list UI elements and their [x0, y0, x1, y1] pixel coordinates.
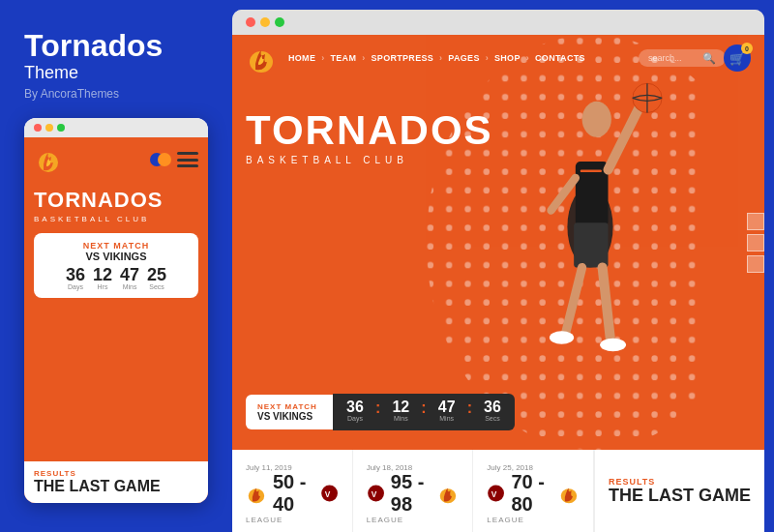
brand-title: Tornados — [24, 29, 208, 63]
svg-point-13 — [550, 331, 574, 343]
desktop-logo-icon — [246, 43, 277, 74]
svg-rect-9 — [574, 222, 608, 267]
nav-link-home[interactable]: HOME — [288, 53, 315, 63]
mobile-count-secs: 25 Secs — [147, 266, 166, 290]
game-result-card-1: July 11, 2019 50 - 40 V League — [232, 450, 353, 532]
desktop-content: HOME › TEAM › SPORTPRESS › PAGES › SHOP … — [232, 35, 764, 532]
nav-link-sportpress[interactable]: SPORTPRESS — [372, 53, 434, 63]
mobile-nav — [24, 137, 208, 182]
cart-badge: 0 — [741, 43, 753, 54]
nav-circle-orange — [158, 153, 171, 166]
svg-text:V: V — [491, 489, 497, 499]
mobile-content: TORNADOS BASKETBALL CLUB NEXT MATCH VS V… — [24, 137, 208, 503]
mobile-count-hrs: 12 Hrs — [93, 266, 112, 290]
result-date-1: July 11, 2019 — [246, 463, 292, 472]
count-sep-3: : — [467, 399, 472, 425]
count-days: 36 Days — [342, 399, 368, 425]
team-logo-3a: V — [487, 480, 505, 507]
mobile-top-bar — [24, 118, 208, 137]
mobile-mockup: TORNADOS BASKETBALL CLUB NEXT MATCH VS V… — [24, 118, 208, 503]
result-teams-2: V 95 - 98 — [367, 471, 460, 516]
result-score-3: 70 - 80 — [512, 471, 553, 516]
result-card-inner-1: July 11, 2019 50 - 40 V League — [246, 458, 339, 524]
svg-text:V: V — [371, 489, 376, 499]
next-match-tag: NEXT MATCH — [257, 402, 321, 411]
nav-link-shop[interactable]: SHOP — [494, 53, 521, 63]
team-logo-2b — [437, 478, 459, 509]
mobile-dot-red — [34, 124, 42, 132]
cart-icon-wrap[interactable]: 🛒 0 — [724, 44, 751, 72]
last-game-card: RESULTS THE LAST GAME — [594, 450, 764, 532]
sidebar-dot-3[interactable] — [747, 255, 764, 273]
svg-line-10 — [603, 268, 610, 341]
nav-link-pages[interactable]: PAGES — [448, 53, 479, 63]
mobile-dot-yellow — [45, 124, 53, 132]
result-date-3: July 25, 2018 — [487, 463, 533, 472]
sidebar-dot-2[interactable] — [747, 234, 764, 251]
game-result-card-3: July 25, 2018 V 70 - 80 League — [473, 450, 594, 532]
player-figure — [493, 64, 687, 373]
desktop-dot-green — [275, 17, 284, 27]
hamburger-line-3 — [177, 164, 198, 167]
mobile-results-title: THE LAST GAME — [34, 478, 198, 495]
mobile-hero-sub: BASKETBALL CLUB — [34, 215, 198, 223]
right-panel: HOME › TEAM › SPORTPRESS › PAGES › SHOP … — [232, 10, 764, 532]
hamburger-icon[interactable] — [177, 152, 198, 167]
search-button[interactable]: 🔍 — [702, 52, 716, 65]
svg-line-11 — [566, 268, 582, 333]
svg-point-5 — [582, 102, 611, 137]
next-match-vs: VS VIKINGS — [257, 411, 321, 422]
svg-text:V: V — [324, 489, 330, 499]
mobile-hero-text: TORNADOS BASKETBALL CLUB — [24, 182, 208, 227]
count-secs: 36 Secs — [480, 399, 505, 425]
hamburger-line-1 — [177, 152, 198, 155]
svg-line-7 — [609, 104, 641, 169]
mobile-nav-right — [150, 152, 198, 167]
sidebar-dots[interactable] — [747, 213, 764, 273]
result-score-2: 95 - 98 — [391, 471, 432, 516]
game-result-card-2: July 18, 2018 V 95 - 98 League — [353, 450, 474, 532]
svg-rect-16 — [580, 169, 602, 172]
mobile-dot-green — [57, 124, 65, 132]
team-logo-1a — [246, 478, 267, 509]
hamburger-line-2 — [177, 159, 198, 162]
result-teams-1: 50 - 40 V — [246, 471, 339, 516]
result-score-1: 50 - 40 — [273, 471, 314, 516]
mobile-countdown: 36 Days 12 Hrs 47 Mins 25 Secs — [44, 266, 189, 290]
desktop-top-bar — [232, 10, 764, 35]
mobile-results-bar: RESULTS THE LAST GAME — [24, 461, 208, 503]
sidebar-dot-1[interactable] — [747, 213, 764, 230]
count-sep-1: : — [375, 399, 380, 425]
result-type-1: League — [246, 516, 339, 524]
team-logo-1b: V — [320, 480, 339, 507]
countdown-strip: 36 Days : 12 Mins : 47 Mins : 36 — [333, 394, 515, 430]
mobile-count-days: 36 Days — [66, 266, 85, 290]
mobile-logo-icon — [34, 145, 63, 174]
result-card-inner-3: July 25, 2018 V 70 - 80 League — [487, 458, 580, 524]
nav-link-contacts[interactable]: CONTACTS — [535, 53, 585, 63]
next-match-banner: NEXT MATCH VS VIKINGS 36 Days : 12 Mins … — [246, 394, 515, 430]
result-type-3: League — [487, 516, 580, 524]
desktop-results-row: July 11, 2019 50 - 40 V League — [232, 450, 764, 532]
desktop-dot-red — [246, 17, 255, 27]
count-hrs: 12 Mins — [388, 399, 413, 425]
nav-link-team[interactable]: TEAM — [331, 53, 357, 63]
result-type-2: League — [367, 516, 460, 524]
result-teams-3: V 70 - 80 — [487, 471, 580, 516]
left-panel: Tornados Theme By AncoraThemes — [0, 0, 232, 532]
desktop-dot-yellow — [260, 17, 270, 27]
mobile-hero-title: TORNADOS — [34, 188, 198, 213]
mobile-match-vs: VS VIKINGS — [44, 251, 189, 262]
mobile-match-label: NEXT MATCH — [44, 241, 189, 251]
mobile-count-mins: 47 Mins — [120, 266, 139, 290]
svg-point-12 — [600, 339, 626, 351]
result-card-inner-2: July 18, 2018 V 95 - 98 League — [367, 458, 460, 524]
team-logo-2a: V — [367, 480, 385, 507]
brand-by: By AncoraThemes — [24, 87, 208, 101]
count-mins: 47 Mins — [434, 399, 460, 425]
brand-subtitle: Theme — [24, 63, 208, 83]
last-game-title: THE LAST GAME — [609, 487, 751, 506]
desktop-hero: HOME › TEAM › SPORTPRESS › PAGES › SHOP … — [232, 35, 764, 450]
next-match-label-box: NEXT MATCH VS VIKINGS — [246, 395, 333, 429]
desktop-nav-links: HOME › TEAM › SPORTPRESS › PAGES › SHOP … — [288, 53, 639, 63]
